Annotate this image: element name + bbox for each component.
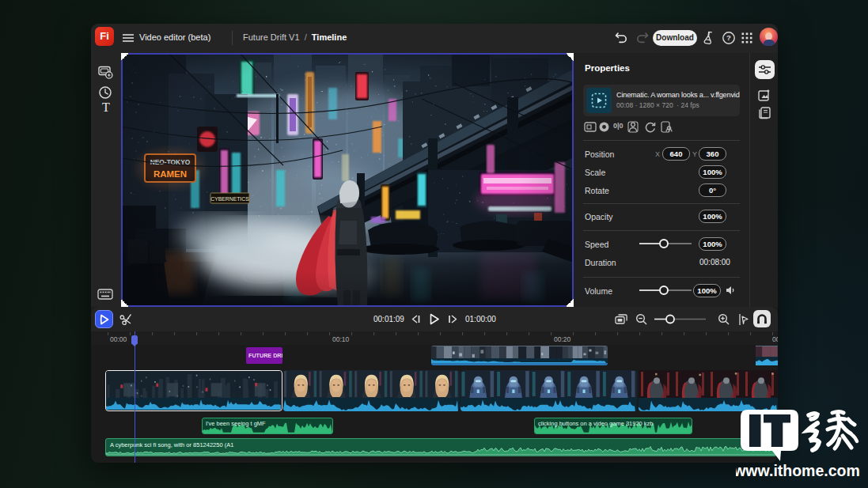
svg-text:www.ithome.com: www.ithome.com <box>736 462 860 479</box>
svg-text:?: ? <box>726 33 731 42</box>
